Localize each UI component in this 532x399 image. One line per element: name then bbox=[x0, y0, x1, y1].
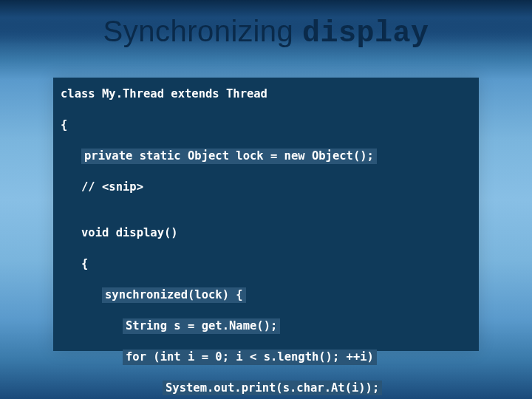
code-highlight: String s = get.Name(); bbox=[123, 318, 280, 334]
code-highlight: synchronized(lock) { bbox=[102, 287, 246, 303]
code-line: System.out.print(s.char.At(i)); bbox=[53, 381, 479, 396]
code-highlight: for (int i = 0; i < s.length(); ++i) bbox=[123, 349, 377, 365]
code-line: { bbox=[53, 256, 479, 272]
code-line: void display() bbox=[53, 225, 479, 241]
code-highlight: private static Object lock = new Object(… bbox=[81, 149, 377, 164]
code-line: { bbox=[53, 117, 479, 133]
code-line: String s = get.Name(); bbox=[53, 318, 479, 334]
code-line: // <snip> bbox=[53, 180, 479, 195]
code-pre: class My.Thread extends Thread { private… bbox=[53, 86, 479, 399]
code-line: for (int i = 0; i < s.length(); ++i) bbox=[53, 349, 479, 365]
code-highlight: System.out.print(s.char.At(i)); bbox=[163, 381, 382, 396]
code-line: private static Object lock = new Object(… bbox=[53, 149, 479, 164]
code-block: class My.Thread extends Thread { private… bbox=[53, 78, 479, 351]
slide: Synchronizing display class My.Thread ex… bbox=[0, 0, 532, 399]
title-text-plain: Synchronizing bbox=[103, 15, 302, 47]
code-line: class My.Thread extends Thread bbox=[53, 86, 479, 102]
title-text-mono: display bbox=[302, 17, 429, 50]
slide-title: Synchronizing display bbox=[0, 15, 532, 50]
code-line: synchronized(lock) { bbox=[53, 287, 479, 303]
